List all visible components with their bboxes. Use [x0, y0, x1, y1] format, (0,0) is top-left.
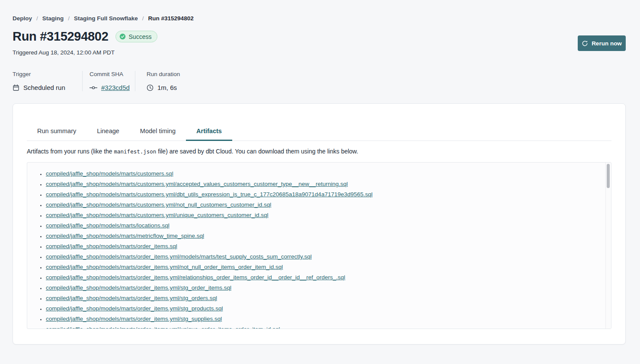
artifact-list-item: compiled/jaffle_shop/models/marts/custom… [46, 189, 602, 200]
breadcrumb-current-run: Run #315294802 [148, 15, 194, 22]
breadcrumb-separator: / [142, 15, 144, 22]
artifact-file-link[interactable]: compiled/jaffle_shop/models/marts/order_… [46, 243, 177, 249]
refresh-icon [582, 40, 588, 47]
artifact-file-box: compiled/jaffle_shop/models/marts/custom… [27, 162, 611, 329]
artifact-list-item: compiled/jaffle_shop/models/marts/order_… [46, 303, 602, 314]
tab-artifacts[interactable]: Artifacts [186, 122, 232, 140]
artifact-file-link[interactable]: compiled/jaffle_shop/models/marts/order_… [46, 264, 283, 270]
artifact-file-link[interactable]: compiled/jaffle_shop/models/marts/order_… [46, 316, 222, 322]
artifact-list-item: compiled/jaffle_shop/models/marts/order_… [46, 272, 602, 283]
commit-sha-link[interactable]: #323cd5d [101, 84, 130, 91]
artifact-list-item: compiled/jaffle_shop/models/marts/locati… [46, 220, 602, 231]
triggered-timestamp: Triggered Aug 18, 2024, 12:00 AM PDT [13, 49, 115, 56]
title-row: Run #315294802 Success [13, 29, 157, 44]
tab-model-timing[interactable]: Model timing [130, 122, 186, 140]
tab-bar: Run summary Lineage Model timing Artifac… [27, 122, 611, 141]
clock-icon [147, 84, 154, 91]
artifact-list-item: compiled/jaffle_shop/models/marts/order_… [46, 324, 602, 329]
rerun-now-label: Rerun now [592, 40, 622, 47]
meta-duration-value: 1m, 6s [157, 84, 177, 91]
artifacts-description: Artifacts from your runs (like the manif… [27, 148, 611, 155]
meta-trigger-value: Scheduled run [23, 84, 65, 91]
artifact-list-item: compiled/jaffle_shop/models/marts/custom… [46, 169, 602, 179]
breadcrumb-staging[interactable]: Staging [42, 15, 64, 22]
artifact-file-link[interactable]: compiled/jaffle_shop/models/marts/custom… [46, 191, 373, 198]
check-circle-icon [119, 33, 126, 40]
status-badge-label: Success [129, 33, 152, 40]
artifact-file-link[interactable]: compiled/jaffle_shop/models/marts/locati… [46, 222, 170, 229]
artifact-file-link[interactable]: compiled/jaffle_shop/models/marts/custom… [46, 181, 348, 187]
artifact-list-item: compiled/jaffle_shop/models/marts/order_… [46, 241, 602, 252]
page-title: Run #315294802 [13, 29, 109, 44]
artifact-file-link[interactable]: compiled/jaffle_shop/models/marts/order_… [46, 284, 231, 291]
meta-duration: Run duration 1m, 6s [135, 71, 180, 91]
artifact-list-item: compiled/jaffle_shop/models/marts/order_… [46, 262, 602, 272]
artifact-list-item: compiled/jaffle_shop/models/marts/custom… [46, 210, 602, 220]
rerun-now-button[interactable]: Rerun now [578, 35, 626, 51]
git-commit-icon [90, 84, 97, 91]
run-meta-row: Trigger Scheduled run Commit SHA # [13, 71, 180, 91]
artifact-file-link[interactable]: compiled/jaffle_shop/models/marts/order_… [46, 274, 345, 281]
artifact-file-link[interactable]: compiled/jaffle_shop/models/marts/metric… [46, 233, 204, 239]
breadcrumb-staging-full-snowflake[interactable]: Staging Full Snowflake [74, 15, 138, 22]
breadcrumb-deploy[interactable]: Deploy [13, 15, 32, 22]
meta-commit-label: Commit SHA [90, 71, 135, 77]
artifact-list-item: compiled/jaffle_shop/models/marts/custom… [46, 179, 602, 189]
artifact-list-item: compiled/jaffle_shop/models/marts/order_… [46, 314, 602, 324]
run-detail-page: Deploy / Staging / Staging Full Snowflak… [0, 0, 640, 364]
tab-run-summary[interactable]: Run summary [27, 122, 86, 140]
artifact-file-link[interactable]: compiled/jaffle_shop/models/marts/custom… [46, 201, 271, 208]
calendar-icon [13, 84, 19, 91]
breadcrumb: Deploy / Staging / Staging Full Snowflak… [13, 15, 194, 22]
artifact-file-link[interactable]: compiled/jaffle_shop/models/marts/custom… [46, 170, 173, 177]
meta-trigger: Trigger Scheduled run [13, 71, 82, 91]
artifact-file-list: compiled/jaffle_shop/models/marts/custom… [27, 163, 611, 329]
artifact-file-link[interactable]: compiled/jaffle_shop/models/marts/order_… [46, 305, 223, 312]
run-detail-card: Run summary Lineage Model timing Artifac… [13, 103, 626, 345]
artifact-file-link[interactable]: compiled/jaffle_shop/models/marts/order_… [46, 295, 217, 301]
artifact-file-link[interactable]: compiled/jaffle_shop/models/marts/custom… [46, 212, 268, 218]
artifact-list-item: compiled/jaffle_shop/models/marts/metric… [46, 231, 602, 241]
breadcrumb-separator: / [36, 15, 38, 22]
artifact-file-link[interactable]: compiled/jaffle_shop/models/marts/order_… [46, 326, 280, 329]
artifact-list-item: compiled/jaffle_shop/models/marts/order_… [46, 283, 602, 293]
manifest-json-code: manifest.json [114, 148, 157, 155]
meta-trigger-label: Trigger [13, 71, 82, 77]
artifacts-description-prefix: Artifacts from your runs (like the [27, 148, 114, 155]
scrollbar-thumb[interactable] [607, 164, 610, 188]
artifacts-description-suffix: file) are saved by dbt Cloud. You can do… [156, 148, 358, 155]
scrollbar-track[interactable] [605, 163, 611, 329]
breadcrumb-separator: / [68, 15, 70, 22]
artifact-file-link[interactable]: compiled/jaffle_shop/models/marts/order_… [46, 253, 312, 260]
artifact-list-item: compiled/jaffle_shop/models/marts/order_… [46, 293, 602, 303]
artifact-list-item: compiled/jaffle_shop/models/marts/order_… [46, 252, 602, 262]
status-badge: Success [115, 31, 158, 42]
artifact-list-item: compiled/jaffle_shop/models/marts/custom… [46, 200, 602, 210]
meta-duration-label: Run duration [147, 71, 180, 77]
meta-commit: Commit SHA #323cd5d [82, 71, 135, 91]
tab-lineage[interactable]: Lineage [86, 122, 130, 140]
